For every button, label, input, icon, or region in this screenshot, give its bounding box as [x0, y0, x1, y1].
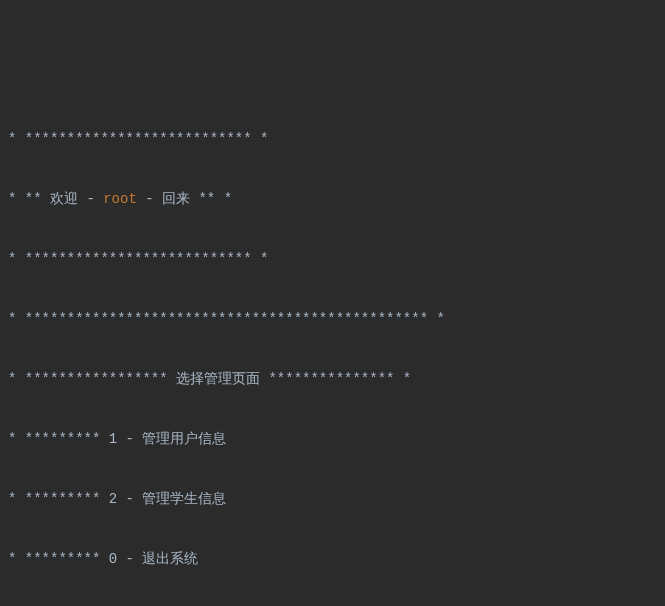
welcome-line: * ** 欢迎 - root - 回来 ** * [8, 184, 657, 214]
menu1-option-2: * ********* 2 - 管理学生信息 [8, 484, 657, 514]
menu1-border-top: * **************************************… [8, 304, 657, 334]
menu1-option-1: * ********* 1 - 管理用户信息 [8, 424, 657, 454]
welcome-border-bottom: * *************************** * [8, 244, 657, 274]
menu1-title: * ***************** 选择管理页面 *************… [8, 364, 657, 394]
menu1-option-0: * ********* 0 - 退出系统 [8, 544, 657, 574]
username: root [103, 191, 137, 207]
welcome-border-top: * *************************** * [8, 124, 657, 154]
